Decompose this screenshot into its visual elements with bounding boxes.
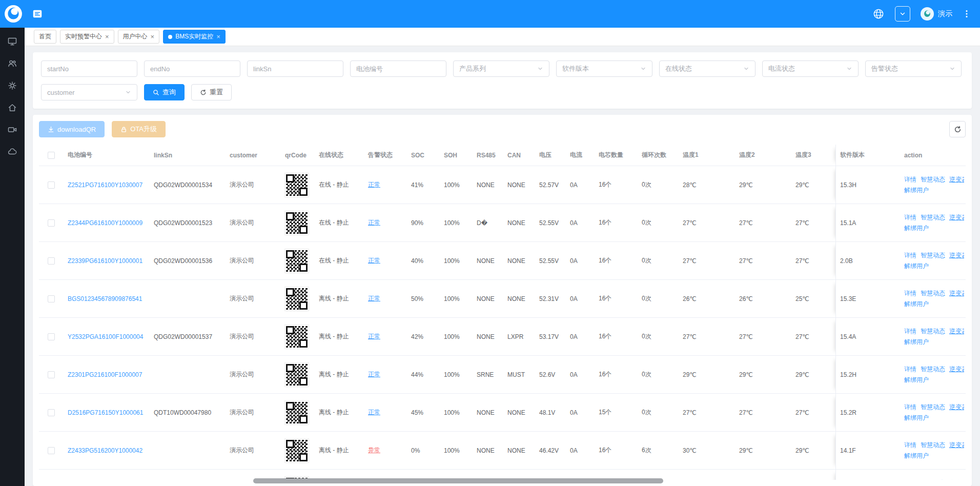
detail-action-link[interactable]: 详情	[904, 213, 916, 222]
row-checkbox[interactable]	[48, 333, 55, 340]
sidebar-item-users[interactable]	[4, 57, 21, 70]
sidebar-item-camera[interactable]	[4, 123, 21, 136]
inverter-action-link[interactable]: 逆变器	[949, 365, 964, 374]
smart-dynamic-action-link[interactable]: 智慧动态	[921, 175, 945, 184]
detail-action-link[interactable]: 详情	[904, 251, 916, 260]
inverter-action-link[interactable]: 逆变器	[949, 289, 964, 298]
alarm-status-link[interactable]: 正常	[368, 408, 380, 417]
row-checkbox[interactable]	[48, 371, 55, 378]
smart-dynamic-action-link[interactable]: 智慧动态	[921, 441, 945, 450]
collapse-menu-icon[interactable]	[32, 8, 43, 19]
battery-id-link[interactable]: Z2339PG616100Y1000001	[68, 257, 142, 265]
tab-realtime-warning-center[interactable]: 实时预警中心 ×	[60, 30, 114, 44]
smart-dynamic-action-link[interactable]: 智慧动态	[921, 365, 945, 374]
row-checkbox[interactable]	[48, 447, 55, 454]
battery-id-link[interactable]: Z2344PG616100Y1000009	[68, 219, 142, 227]
globe-icon[interactable]	[872, 8, 885, 20]
smart-dynamic-action-link[interactable]: 智慧动态	[921, 403, 945, 412]
qr-code-image[interactable]	[285, 173, 309, 197]
alarm-status-link[interactable]: 正常	[368, 332, 380, 341]
qr-code-image[interactable]	[285, 363, 309, 387]
select-all-checkbox[interactable]	[48, 152, 55, 159]
online-status-select[interactable]: 在线状态	[659, 60, 756, 77]
ota-upgrade-button[interactable]: OTA升级	[112, 121, 166, 137]
smart-dynamic-action-link[interactable]: 智慧动态	[921, 327, 945, 336]
download-qr-button[interactable]: downloadQR	[39, 121, 105, 137]
unbind-user-action-link[interactable]: 解绑用户	[904, 414, 929, 422]
alarm-status-link[interactable]: 正常	[368, 256, 380, 265]
search-button[interactable]: 查询	[144, 84, 185, 100]
unbind-user-action-link[interactable]: 解绑用户	[904, 376, 929, 384]
row-checkbox[interactable]	[48, 219, 55, 227]
battery-id-link[interactable]: Z2521PG716100Y1030007	[68, 181, 142, 189]
tab-home[interactable]: 首页	[34, 30, 56, 44]
detail-action-link[interactable]: 详情	[904, 479, 916, 480]
row-checkbox[interactable]	[48, 295, 55, 302]
qr-code-image[interactable]	[285, 211, 309, 235]
inverter-action-link[interactable]: 逆变器	[949, 327, 964, 336]
detail-action-link[interactable]: 详情	[904, 289, 916, 298]
detail-action-link[interactable]: 详情	[904, 175, 916, 184]
start-no-input[interactable]	[41, 60, 137, 77]
sidebar-item-home[interactable]	[4, 101, 21, 114]
tab-close-icon[interactable]: ×	[105, 33, 109, 40]
sidebar-item-monitor[interactable]	[4, 35, 21, 48]
smart-dynamic-action-link[interactable]: 智慧动态	[921, 251, 945, 260]
inverter-action-link[interactable]: 逆变器	[949, 479, 964, 480]
inverter-action-link[interactable]: 逆变器	[949, 251, 964, 260]
inverter-action-link[interactable]: 逆变器	[949, 441, 964, 450]
kebab-menu-icon[interactable]	[963, 9, 971, 18]
battery-id-link[interactable]: BGS012345678909876541	[68, 295, 142, 302]
smart-dynamic-action-link[interactable]: 智慧动态	[921, 213, 945, 222]
battery-id-link[interactable]: Z2433PG516200Y1000042	[68, 447, 142, 454]
layout-dropdown-button[interactable]	[895, 6, 910, 22]
battery-no-input[interactable]	[350, 60, 446, 77]
product-series-select[interactable]: 产品系列	[453, 60, 549, 77]
alarm-status-link[interactable]: 正常	[368, 370, 380, 379]
alarm-status-select[interactable]: 告警状态	[865, 60, 962, 77]
tab-close-icon[interactable]: ×	[216, 33, 220, 40]
end-no-input[interactable]	[144, 60, 240, 77]
inverter-action-link[interactable]: 逆变器	[949, 403, 964, 412]
battery-id-link[interactable]: Y2532PGA16100F1000004	[68, 333, 143, 340]
smart-dynamic-action-link[interactable]: 智慧动态	[921, 289, 945, 298]
tab-close-icon[interactable]: ×	[151, 33, 155, 40]
unbind-user-action-link[interactable]: 解绑用户	[904, 262, 929, 271]
tab-user-center[interactable]: 用户中心 ×	[118, 30, 160, 44]
row-checkbox[interactable]	[48, 181, 55, 189]
qr-code-image[interactable]	[285, 325, 309, 349]
sidebar-item-cloud[interactable]	[4, 145, 21, 158]
unbind-user-action-link[interactable]: 解绑用户	[904, 338, 929, 347]
inverter-action-link[interactable]: 逆变器	[949, 175, 964, 184]
unbind-user-action-link[interactable]: 解绑用户	[904, 300, 929, 309]
smart-dynamic-action-link[interactable]: 智慧动态	[921, 479, 945, 480]
detail-action-link[interactable]: 详情	[904, 365, 916, 374]
alarm-status-link[interactable]: 正常	[368, 180, 380, 189]
reset-button[interactable]: 重置	[191, 84, 232, 100]
current-status-select[interactable]: 电流状态	[762, 60, 859, 77]
refresh-table-button[interactable]	[949, 121, 966, 137]
unbind-user-action-link[interactable]: 解绑用户	[904, 452, 929, 460]
qr-code-image[interactable]	[285, 401, 309, 424]
customer-select[interactable]: customer	[41, 84, 137, 100]
unbind-user-action-link[interactable]: 解绑用户	[904, 186, 929, 195]
user-menu[interactable]: 演示	[921, 7, 952, 21]
qr-code-image[interactable]	[285, 249, 309, 273]
battery-id-link[interactable]: D2516PG716150Y1000061	[68, 409, 143, 416]
alarm-status-link[interactable]: 正常	[368, 294, 380, 303]
alarm-status-link[interactable]: 正常	[368, 218, 380, 227]
horizontal-scrollbar[interactable]	[253, 478, 663, 483]
qr-code-image[interactable]	[285, 287, 309, 311]
detail-action-link[interactable]: 详情	[904, 327, 916, 336]
detail-action-link[interactable]: 详情	[904, 403, 916, 412]
unbind-user-action-link[interactable]: 解绑用户	[904, 224, 929, 233]
detail-action-link[interactable]: 详情	[904, 441, 916, 450]
tab-bms-realtime-monitor[interactable]: BMS实时监控 ×	[163, 30, 226, 44]
qr-code-image[interactable]	[285, 439, 309, 462]
battery-id-link[interactable]: Z2301PG216100F1000007	[68, 371, 142, 378]
software-version-select[interactable]: 软件版本	[556, 60, 652, 77]
inverter-action-link[interactable]: 逆变器	[949, 213, 964, 222]
sidebar-item-settings[interactable]	[4, 79, 21, 92]
row-checkbox[interactable]	[48, 409, 55, 416]
alarm-status-link[interactable]: 异常	[368, 446, 380, 455]
